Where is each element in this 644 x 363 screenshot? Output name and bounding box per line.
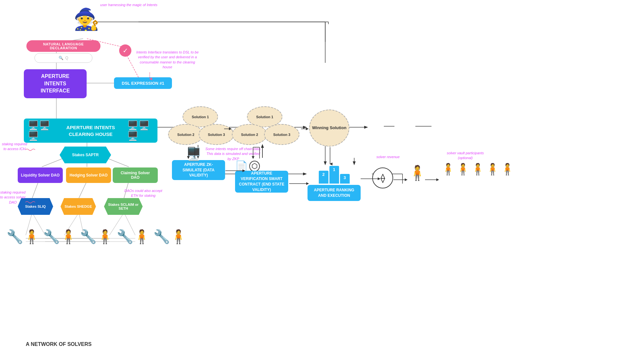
vault-person-2: 🧍 — [456, 163, 470, 176]
person-3: 🔧 — [43, 229, 60, 244]
clearing-house-label: APERTURE INTENTS CLEARING HOUSE — [54, 124, 127, 138]
top-horizontal-line — [138, 19, 332, 24]
solver-vault-annotation: solver vault participants (optional) — [444, 151, 486, 161]
aperture-intents-interface: APERTURE INTENTS INTERFACE — [24, 69, 87, 98]
person-to-vault-arrow — [425, 177, 441, 183]
network-label: A NETWORK OF SOLVERS — [26, 341, 91, 347]
stakes-shedge: Stakes SHEDGE — [61, 198, 96, 215]
zk-to-verify-arrow — [225, 167, 248, 174]
solver-revenue-person: 🧍 — [408, 164, 426, 181]
person-1: 🔧 — [6, 229, 23, 244]
person-8: 🧍 — [133, 229, 150, 244]
zk-simulate: APERTURE ZK-SIMULATE (DATA VALIDITY) — [172, 160, 225, 180]
podium-3: 3 — [340, 174, 350, 184]
daos-eth-annotation: DAOs could also accept ETH for staking — [122, 188, 164, 198]
wizard-annotation: user harnessing the magic of Intents — [97, 3, 161, 7]
person-4: 🧍 — [60, 229, 77, 244]
winning-to-rank-arrow — [327, 147, 333, 167]
sol2-to-winning-arrow — [301, 126, 311, 132]
verification-box: APERTURE VERIFICATION SMART CONTRACT (EN… — [235, 171, 288, 193]
vault-person-5: 🧍 — [500, 163, 515, 176]
search-input[interactable]: 🔍 Q — [34, 53, 92, 63]
eth-icon-small: ⬡ — [249, 161, 260, 172]
search-icon: 🔍 — [59, 56, 63, 60]
hedging-dao: Hedging Solver DAO — [66, 167, 111, 183]
network-people-row: 🔧 🧍 🔧 🧍 🔧 🧍 🔧 🧍 🔧 🧍 — [6, 229, 187, 244]
staking-dao-annotation: staking required to access solver DAO — [0, 190, 26, 205]
clearing-house-box: 🖥️🖥️🖥️ APERTURE INTENTS CLEARING HOUSE 🖥… — [24, 119, 157, 143]
annotation-to-dsl-arrow — [147, 72, 153, 81]
wizard-figure: 🧙 — [73, 6, 99, 32]
diagram: 🧙 user harnessing the magic of Intents N… — [0, 0, 644, 363]
solution2-b: Solution 2 — [232, 124, 267, 145]
intents-translate-annotation: Intents Interface translates to DSL to b… — [135, 50, 200, 70]
svg-line-12 — [32, 181, 39, 198]
podium-visual: 2 1 3 — [319, 166, 350, 184]
rank-to-eth-arrow — [361, 176, 383, 182]
staking-wave-1 — [24, 147, 37, 153]
winning-solution: Winning Solution — [309, 110, 349, 147]
natural-language-pill: NATURAL LANGUAGE DECLARATION — [26, 40, 100, 52]
verify-to-rank-arrow — [289, 180, 312, 187]
solution2-a: Solution 2 — [168, 124, 204, 145]
person-9: 🔧 — [153, 229, 170, 244]
ranking-box: APERTURE RANKING AND EXECUTION — [308, 185, 361, 201]
person-5: 🔧 — [80, 229, 97, 244]
vault-participants: 🧍 🧍 🧍 🧍 🧍 — [441, 163, 515, 176]
podium-2: 2 — [319, 171, 328, 184]
ranking-container: 2 1 3 APERTURE RANKING AND EXECUTION — [308, 166, 361, 201]
stakes-sclaim: Stakes SCLAIM or SETH — [104, 198, 143, 215]
solver-revenue-annotation: solver revenue — [372, 155, 404, 159]
person-2: 🧍 — [23, 229, 40, 244]
sol1-to-sol2-arrow — [224, 126, 234, 132]
solutions2-arrows — [243, 146, 269, 162]
claiming-dao: Claiming Solver DAO — [113, 167, 158, 183]
vault-person-1: 🧍 — [441, 163, 455, 176]
podium-1: 1 — [329, 166, 339, 184]
svg-line-9 — [42, 158, 64, 167]
solution3-b: Solution 3 — [264, 124, 299, 145]
person-7: 🔧 — [117, 229, 133, 244]
liquidity-dao: Liquidity Solver DAO — [18, 167, 63, 183]
vault-person-4: 🧍 — [486, 163, 500, 176]
solutions1-arrows — [179, 146, 204, 162]
dsl-expression: DSL EXPRESSION #1 — [114, 77, 172, 89]
staking-wave-2 — [24, 199, 37, 205]
vault-person-3: 🧍 — [471, 163, 485, 176]
svg-line-11 — [106, 158, 129, 167]
check-circle: ✓ — [119, 44, 131, 57]
person-6: 🧍 — [97, 229, 113, 244]
person-10: 🧍 — [170, 229, 187, 244]
stakes-saptr: Stakes SAPTR — [60, 147, 111, 163]
eth-to-person-arrow — [393, 177, 410, 183]
svg-line-13 — [79, 181, 87, 198]
